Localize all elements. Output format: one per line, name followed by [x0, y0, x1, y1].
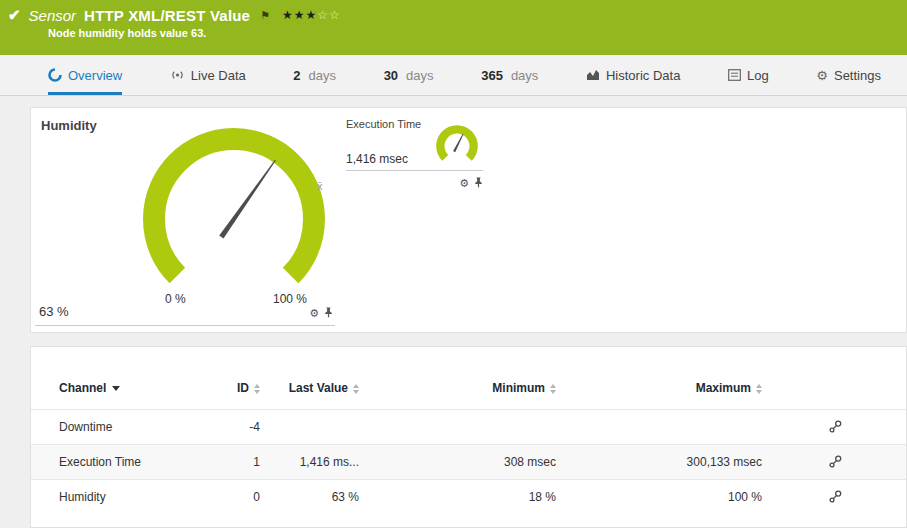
gauge-title: Execution Time [346, 118, 421, 130]
object-kind-label: Sensor [29, 7, 77, 24]
channel-minimum [383, 410, 578, 445]
execution-time-gauge [431, 118, 483, 170]
tab-log[interactable]: Log [728, 55, 769, 95]
channel-id: 0 [206, 480, 278, 515]
historic-data-chart-icon [586, 69, 600, 81]
tab-bar: Overview Live Data 2 days 30 days 365 da… [0, 55, 907, 96]
channel-table-body: Downtime-4Execution Time11,416 ms...308 … [31, 410, 907, 515]
col-header-channel[interactable]: Channel [31, 347, 206, 410]
tab-label: Live Data [191, 68, 246, 83]
tab-label: Log [747, 68, 769, 83]
gauge-current-value: 63 % [39, 304, 69, 319]
pin-icon[interactable] [474, 174, 483, 192]
channel-settings-icon[interactable] [828, 423, 843, 437]
channel-id: -4 [206, 410, 278, 445]
channels-table: Channel ID Last Value Minimum Maximum Do… [31, 347, 907, 514]
gauge-title: Humidity [41, 118, 97, 133]
sort-icon[interactable] [550, 384, 556, 394]
gauge-min-label: 0 % [165, 292, 186, 306]
tab-label: Historic Data [606, 68, 680, 83]
channel-maximum [578, 410, 788, 445]
priority-stars[interactable]: ★★★☆☆ [282, 8, 341, 22]
channel-minimum: 18 % [383, 480, 578, 515]
log-document-icon [728, 69, 741, 81]
channel-maximum: 300,133 msec [578, 445, 788, 480]
channel-last-value: 63 % [278, 480, 383, 515]
table-header-row: Channel ID Last Value Minimum Maximum [31, 347, 907, 410]
channel-name[interactable]: Downtime [31, 410, 206, 445]
channel-settings-icon[interactable] [828, 458, 843, 472]
channel-id: 1 [206, 445, 278, 480]
gauge-needle [219, 159, 277, 239]
average-toggle-icon[interactable]: x̄ [317, 180, 323, 192]
col-header-maximum[interactable]: Maximum [578, 347, 788, 410]
sort-icon[interactable] [254, 384, 260, 394]
execution-time-gauge-panel: Execution Time 1,416 msec ⚙ [346, 114, 483, 192]
tab-label: days [406, 68, 433, 83]
table-row[interactable]: Humidity063 %18 %100 % [31, 480, 907, 515]
tab-number: 2 [293, 68, 300, 83]
settings-gear-icon: ⚙ [816, 69, 828, 82]
gauges-panel: Humidity ⚙ 0 % 100 % 63 % x̄ Execution T… [30, 107, 907, 333]
stars-empty: ☆☆ [317, 8, 341, 22]
tab-number: 365 [481, 68, 503, 83]
col-header-id[interactable]: ID [206, 347, 278, 410]
overview-gauge-icon [48, 68, 62, 82]
channels-table-panel: Channel ID Last Value Minimum Maximum Do… [30, 346, 907, 528]
tab-historic-data[interactable]: Historic Data [586, 55, 680, 95]
sensor-status-banner: ✔ Sensor HTTP XML/REST Value ⚑ ★★★☆☆ Nod… [0, 0, 907, 55]
sensor-title: HTTP XML/REST Value [84, 7, 250, 24]
tab-label: Overview [68, 68, 122, 83]
status-ok-check-icon: ✔ [8, 6, 21, 24]
gauge-settings-gear-icon[interactable]: ⚙ [459, 178, 469, 189]
humidity-gauge [134, 114, 334, 314]
table-row[interactable]: Execution Time11,416 ms...308 msec300,13… [31, 445, 907, 480]
channel-settings-icon[interactable] [828, 493, 843, 507]
channel-last-value: 1,416 ms... [278, 445, 383, 480]
gauge-current-value: 1,416 msec [346, 152, 408, 166]
tab-settings[interactable]: ⚙ Settings [816, 55, 881, 95]
live-data-broadcast-icon [170, 69, 185, 81]
col-header-minimum[interactable]: Minimum [383, 347, 578, 410]
tab-30-days[interactable]: 30 days [384, 55, 434, 95]
col-header-settings [788, 347, 907, 410]
col-header-last-value[interactable]: Last Value [278, 347, 383, 410]
sensor-status-message: Node humidity holds value 63. [48, 27, 897, 39]
gauge-max-label: 100 % [273, 292, 307, 306]
channel-minimum: 308 msec [383, 445, 578, 480]
table-row[interactable]: Downtime-4 [31, 410, 907, 445]
tab-2-days[interactable]: 2 days [293, 55, 336, 95]
channel-last-value [278, 410, 383, 445]
sort-icon[interactable] [353, 384, 359, 394]
sort-icon[interactable] [756, 384, 762, 394]
tab-label: days [511, 68, 538, 83]
channel-maximum: 100 % [578, 480, 788, 515]
tab-365-days[interactable]: 365 days [481, 55, 538, 95]
flag-icon[interactable]: ⚑ [260, 9, 270, 22]
channel-name[interactable]: Execution Time [31, 445, 206, 480]
gauge-needle [453, 134, 464, 153]
tab-number: 30 [384, 68, 398, 83]
tab-label: Settings [834, 68, 881, 83]
stars-filled: ★★★ [282, 8, 317, 22]
channel-name[interactable]: Humidity [31, 480, 206, 515]
channel-menu-caret-icon[interactable] [112, 386, 120, 391]
tab-label: days [309, 68, 336, 83]
tab-overview[interactable]: Overview [48, 55, 122, 95]
tab-live-data[interactable]: Live Data [170, 55, 246, 95]
